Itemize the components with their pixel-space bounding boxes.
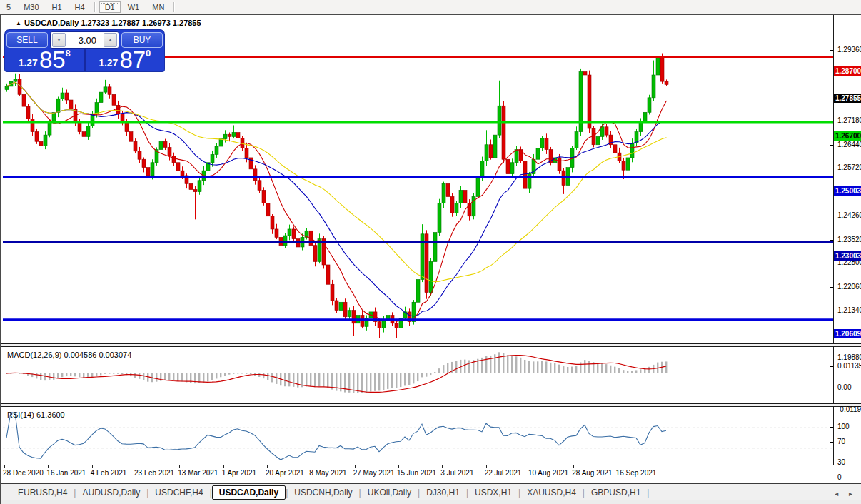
macd-values: 0.004586 0.003074 [64,351,131,359]
date-tick-mark [223,465,224,468]
date-axis-divider [1,465,861,465]
price-tick-label: 1.27180 [837,116,861,124]
chart-ohlc-values: 1.27323 1.27887 1.26973 1.27855 [81,19,201,27]
date-label: 1 Apr 2021 [222,469,256,477]
buy-price-prefix: 1.27 [99,57,118,69]
date-label: 3 Jul 2021 [440,469,473,477]
tab-dj30-h1[interactable]: DJ30,H1 [420,486,466,499]
macd-tick-label: -0.01190 [837,405,861,413]
rsi-panel-separator[interactable] [1,403,861,407]
axis-tick-mark [830,478,833,478]
axis-tick-mark [830,388,833,388]
tab-scroll-arrows[interactable]: ◂ ▸ [835,490,857,498]
axis-tick-mark [830,263,833,263]
date-label: 28 Aug 2021 [572,469,612,477]
date-tick-mark [573,465,574,468]
sell-price-prefix: 1.27 [19,57,38,69]
price-tick-label: 1.22060 [837,283,861,291]
date-tick-mark [267,465,268,468]
axis-tick-mark [830,311,833,311]
tabbar-bottom-strip [1,500,861,504]
timeframe-button-5[interactable]: 5 [1,1,16,13]
date-tick-mark [355,465,356,468]
price-axis-divider [833,15,834,465]
axis-tick-mark [830,442,833,443]
price-chart-canvas[interactable] [1,16,833,465]
rsi-tick-label: 0 [837,473,842,481]
sell-button[interactable]: SELL [6,32,48,48]
price-level-badge: 1.26700 [834,131,861,141]
tab-usdchf-h4[interactable]: USDCHF,H4 [148,486,209,499]
price-tick-label: 1.24260 [837,211,861,219]
axis-tick-mark [830,168,833,168]
date-tick-mark [398,465,399,468]
timeframe-toolbar: 5M30H1H4D1W1MN [0,0,861,14]
toolbar-separator [94,2,96,12]
buy-price-pipette: 0 [146,48,151,59]
date-label: 23 Feb 2021 [134,469,174,477]
date-tick-mark [311,465,311,468]
date-label: 16 Sep 2021 [616,469,657,477]
tab-usdx-h1[interactable]: USDX,H1 [468,486,518,499]
timeframe-button-d1[interactable]: D1 [99,1,121,13]
volume-increase-icon[interactable]: ▲ [104,33,117,47]
chart-workspace: ▲USDCAD,Daily 1.27323 1.27887 1.26973 1.… [0,14,861,483]
axis-tick-mark [830,216,833,216]
tab-xauusd-h4[interactable]: XAUUSD,H4 [520,486,583,499]
tab-ukoil-daily[interactable]: UKOil,Daily [361,486,418,499]
axis-tick-mark [830,463,833,463]
timeframe-button-h1[interactable]: H1 [46,1,68,13]
axis-tick-mark [830,145,833,146]
rsi-tick-label: 100 [837,423,850,430]
chart-symbol-period: USDCAD,Daily [24,19,79,27]
date-label: 28 Dec 2020 [3,469,44,477]
sell-price-main: 85 [39,50,66,70]
buy-price-display[interactable]: 1.27 87 0 [86,49,165,71]
volume-decrease-icon[interactable]: ▼ [52,33,66,47]
timeframe-button-m30[interactable]: M30 [18,1,44,13]
date-label: 4 Feb 2021 [91,469,127,477]
axis-tick-mark [830,240,833,241]
axis-tick-mark [830,410,833,410]
toolbar-separator [173,2,175,12]
sell-price-display[interactable]: 1.27 85 8 [5,49,84,71]
price-level-badge: 1.28700 [834,66,861,76]
volume-input[interactable]: 3.00 [67,35,102,46]
tab-gbpusd-h1[interactable]: GBPUSD,H1 [585,486,647,499]
date-tick-mark [48,465,49,468]
rsi-name: RSI(14) [7,410,34,419]
axis-tick-mark [830,366,833,367]
date-tick-mark [486,465,487,468]
tab-audusd-daily[interactable]: AUDUSD,Daily [76,486,146,499]
rsi-tick-label: 30 [837,458,845,466]
date-label: 15 Jun 2021 [397,469,436,477]
axis-tick-mark [830,121,833,121]
macd-indicator-label: MACD(12,26,9) 0.004586 0.003074 [7,351,131,359]
date-label: 20 Apr 2021 [266,469,304,477]
tab-usdcad-daily[interactable]: USDCAD,Daily [212,485,286,500]
axis-tick-mark [830,287,833,288]
tab-usdcnh-daily[interactable]: USDCNH,Daily [288,486,358,499]
macd-tick-label: 0.01135 [837,362,861,370]
buy-button[interactable]: BUY [121,32,163,48]
price-level-badge: 1.23003 [834,251,861,261]
symbol-tab-bar: EURUSD,H4|AUDUSD,Daily|USDCHF,H4|USDCAD,… [0,483,861,504]
date-tick-mark [179,465,180,468]
buy-price-main: 87 [119,50,146,70]
timeframe-button-w1[interactable]: W1 [122,1,146,13]
date-tick-mark [136,465,136,468]
axis-tick-mark [830,358,833,358]
timeframe-button-h4[interactable]: H4 [69,1,91,13]
date-label: 8 May 2021 [309,469,346,477]
tab-eurusd-h4[interactable]: EURUSD,H4 [11,486,74,499]
symbol-marker-icon: ▲ [16,20,21,26]
price-tick-label: 1.21340 [837,306,861,314]
macd-panel-separator[interactable] [1,343,861,347]
one-click-trade-panel: SELL ▼ 3.00 ▲ BUY 1.27 85 8 1.27 87 [5,30,164,71]
rsi-value: 61.3600 [36,410,65,419]
date-tick-mark [4,465,5,468]
price-level-badge: 1.25003 [834,186,861,196]
timeframe-button-mn[interactable]: MN [146,1,170,13]
price-tick-label: 1.19880 [837,353,861,361]
price-tick-label: 1.29360 [837,46,861,54]
